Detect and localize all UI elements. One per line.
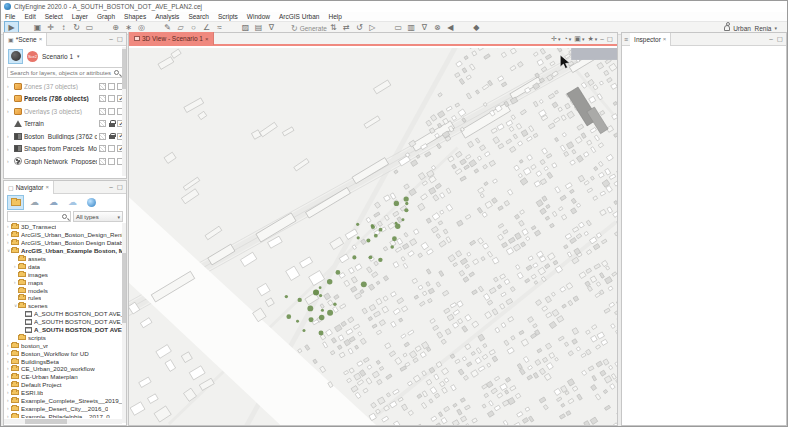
menu-item[interactable]: Graph <box>97 13 115 20</box>
layer-row[interactable]: › Boston_Buildings (3762 objects) <box>4 130 126 143</box>
layer-visibility-checkbox[interactable] <box>99 145 106 152</box>
tree-item[interactable]: assets <box>4 255 122 263</box>
close-icon[interactable]: × <box>663 36 667 42</box>
type-filter-select[interactable]: All types ▾ <box>73 211 123 222</box>
tab-3d-view[interactable]: 3D View - Scenario 1 × <box>129 32 214 45</box>
layer-visibility-checkbox[interactable] <box>99 133 106 140</box>
expand-arrow-icon[interactable]: › <box>7 146 12 152</box>
layer-row[interactable]: › Parcels (786 objects) <box>4 93 126 106</box>
maximize-button[interactable]: ▢ <box>777 35 783 43</box>
tree-item[interactable]: › Example_Desert_City__2016_0 <box>4 404 122 412</box>
tree-item[interactable]: › CE_Urban_2020_workflow <box>4 365 122 373</box>
layer-lock-checkbox[interactable] <box>108 95 115 102</box>
layer-lock-checkbox[interactable] <box>108 83 115 90</box>
user-menu[interactable]: Urban_Renia ▾ <box>724 25 783 32</box>
expand-arrow-icon[interactable]: › <box>7 158 12 164</box>
menu-item[interactable]: Select <box>45 13 63 20</box>
tree-item[interactable]: › ESRI.lib <box>4 389 122 397</box>
layer-row[interactable]: › Shapes from Parcels_Models (28 objects… <box>4 143 126 156</box>
maximize-button[interactable]: ▢ <box>117 35 123 43</box>
scene-search-input[interactable] <box>10 70 114 76</box>
layer-row[interactable]: Terrain <box>4 118 126 131</box>
tab-inspector[interactable]: Inspector × <box>630 33 671 46</box>
tree-item[interactable]: rules <box>4 294 122 302</box>
navigator-horizontal-scrollbar[interactable] <box>4 419 122 424</box>
scrollbar-thumb[interactable] <box>122 253 126 323</box>
tree-item[interactable]: › maps <box>4 278 122 286</box>
layer-lock-checkbox[interactable] <box>108 158 115 165</box>
layer-visibility-checkbox[interactable] <box>99 108 106 115</box>
scrollbar-thumb[interactable] <box>25 419 66 424</box>
minimize-button[interactable]: – <box>600 35 604 42</box>
menu-item[interactable]: Search <box>188 13 209 20</box>
menu-item[interactable]: Scripts <box>218 13 238 20</box>
navigator-search-input[interactable] <box>10 214 62 220</box>
close-icon[interactable]: × <box>205 36 209 42</box>
tree-item[interactable]: › Example_Philadelphia__2017_0 <box>4 412 122 418</box>
maximize-button[interactable]: ▢ <box>607 35 613 43</box>
pan-view-button[interactable]: ✛▾ <box>551 35 560 43</box>
scenario-badge[interactable]: Sce2 <box>27 51 38 62</box>
navigator-vertical-scrollbar[interactable] <box>122 223 126 423</box>
expand-arrow-icon[interactable]: › <box>7 96 12 102</box>
tab-navigator[interactable]: ▢ Navigator × <box>4 181 54 194</box>
tree-item[interactable]: › Boston_Workflow for UD <box>4 349 122 357</box>
menu-item[interactable]: Layer <box>72 13 88 20</box>
tree-item[interactable]: › Example_Complete_Streets__2019_1 <box>4 397 122 405</box>
tree-item[interactable]: › Default Project <box>4 381 122 389</box>
layer-visibility-checkbox[interactable] <box>99 83 106 90</box>
minimize-button[interactable]: – <box>769 35 773 43</box>
tree-item[interactable]: › CE-Urban Materplan <box>4 373 122 381</box>
maximize-button[interactable]: ▢ <box>117 183 123 191</box>
minimize-button[interactable]: – <box>109 35 113 43</box>
menu-item[interactable]: Shapes <box>124 13 146 20</box>
tree-item[interactable]: models <box>4 286 122 294</box>
tab-scene[interactable]: ▣ *Scene × <box>4 33 47 46</box>
vr-cloud-button[interactable]: ☁ <box>26 195 43 210</box>
portal-button[interactable] <box>83 195 100 210</box>
scene-vertical-scrollbar[interactable] <box>122 47 126 176</box>
close-icon[interactable]: × <box>46 184 50 190</box>
tree-item[interactable]: ∨ ArcGIS_Urban_Example Boston, MA USA <box>4 247 122 255</box>
bookmarks-button[interactable]: ★▾ <box>587 35 597 43</box>
scene-globe-button[interactable] <box>8 49 23 64</box>
tree-item[interactable]: › ArcGIS_Urban_Boston Design Database <box>4 239 122 247</box>
tree-item[interactable]: › BuildingsBeta <box>4 357 122 365</box>
3d-viewport[interactable] <box>129 48 617 425</box>
layer-visibility-checkbox[interactable] <box>99 120 106 127</box>
cloud-user-button[interactable]: ☁ <box>45 195 62 210</box>
tree-item[interactable]: A_SOUTH BOSTON_DOT AVE_PLAN <box>4 318 122 326</box>
local-files-button[interactable] <box>7 195 24 210</box>
tree-item[interactable]: › 3D_Transect <box>4 223 122 231</box>
layer-row[interactable]: › Zones (37 objects) <box>4 80 126 93</box>
menu-item[interactable]: Edit <box>24 13 35 20</box>
menu-item[interactable]: ArcGIS Urban <box>279 13 319 20</box>
menu-item[interactable]: File <box>5 13 15 20</box>
layer-lock-checkbox[interactable] <box>108 120 115 127</box>
minimize-button[interactable]: – <box>109 183 113 191</box>
scenario-dropdown[interactable]: ▾ <box>77 53 80 59</box>
cloud-button[interactable]: ☁ <box>64 195 81 210</box>
layer-lock-checkbox[interactable] <box>108 133 115 140</box>
layer-row[interactable]: › Overlays (3 objects) <box>4 105 126 118</box>
tree-item[interactable]: A_SOUTH BOSTON_DOT AVE_PLA <box>4 326 122 334</box>
tree-item[interactable]: › boston_vr <box>4 341 122 349</box>
layer-row[interactable]: › Graph Network_Proposed (5978 objects) <box>4 155 126 168</box>
tree-item[interactable]: ∨ scenes <box>4 302 122 310</box>
tree-item[interactable]: A_SOUTH BOSTON_DOT AVE_PLAN <box>4 310 122 318</box>
camera-button[interactable]: ▣▾ <box>574 35 584 43</box>
close-icon[interactable]: × <box>39 36 43 42</box>
tree-item[interactable]: images <box>4 270 122 278</box>
tree-item[interactable]: › data <box>4 262 122 270</box>
scrollbar-thumb[interactable] <box>122 49 126 89</box>
layer-visibility-checkbox[interactable] <box>99 158 106 165</box>
expand-arrow-icon[interactable]: › <box>7 133 12 139</box>
menu-item[interactable]: Window <box>247 13 270 20</box>
expand-arrow-icon[interactable]: › <box>7 83 12 89</box>
layer-lock-checkbox[interactable] <box>108 108 115 115</box>
expand-arrow-icon[interactable]: › <box>7 108 12 114</box>
view-settings-button[interactable]: ◔▾ <box>564 35 572 43</box>
tree-item[interactable]: › ArcGIS_Urban_Boston_Design_Renia_gdb <box>4 231 122 239</box>
layer-visibility-checkbox[interactable] <box>99 95 106 102</box>
tree-item[interactable]: scripts <box>4 333 122 341</box>
